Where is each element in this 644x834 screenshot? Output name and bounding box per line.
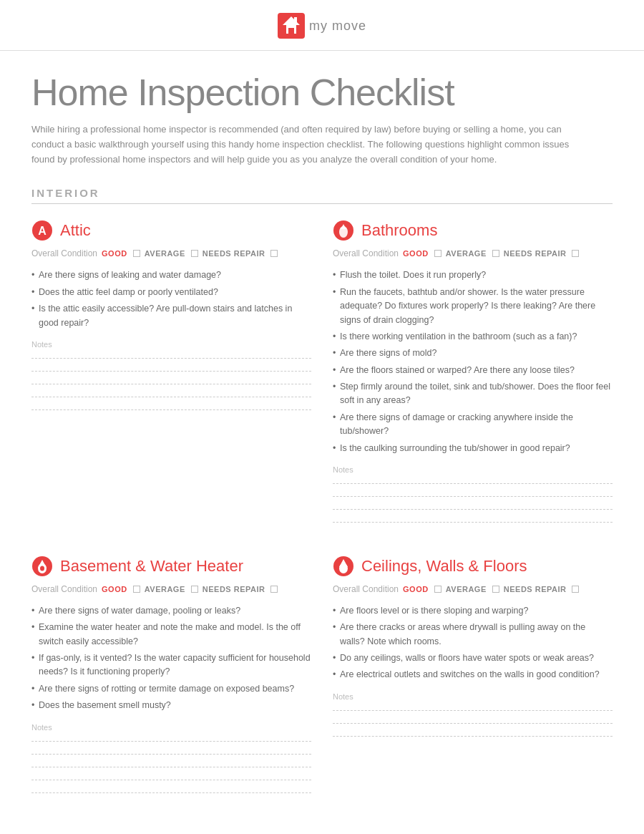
- card-attic-condition: Overall Condition GOOD AVERAGE NEEDS REP…: [31, 248, 311, 258]
- svg-rect-4: [288, 28, 294, 34]
- basement-item-2: Examine the water heater and note the ma…: [31, 621, 311, 649]
- bathrooms-item-1: Flush the toilet. Does it run properly?: [333, 268, 613, 282]
- card-bathrooms-title: Bathrooms: [361, 221, 437, 240]
- attic-notes-label: Notes: [31, 340, 311, 349]
- page-title: Home Inspection Checklist: [31, 71, 613, 114]
- card-attic: A Attic Overall Condition GOOD AVERAGE N…: [31, 220, 311, 541]
- ceilings-good-badge: GOOD: [403, 585, 429, 593]
- basement-item-1: Are there signs of water damage, pooling…: [31, 604, 311, 618]
- basement-checklist: Are there signs of water damage, pooling…: [31, 604, 311, 713]
- logo: my move: [278, 13, 366, 39]
- bathrooms-item-8: Is the caulking surrounding the tub/show…: [333, 442, 613, 455]
- basement-note-line-1[interactable]: [31, 734, 311, 742]
- bathrooms-item-3: Is there working ventilation in the bath…: [333, 330, 613, 344]
- bathrooms-note-line-2[interactable]: [333, 490, 613, 497]
- basement-notes-label: Notes: [31, 723, 311, 732]
- ceilings-condition-label: Overall Condition: [333, 584, 399, 594]
- card-basement-title-row: Basement & Water Heater: [31, 556, 311, 577]
- bathrooms-note-line-3[interactable]: [333, 503, 613, 510]
- cards-grid: A Attic Overall Condition GOOD AVERAGE N…: [31, 220, 613, 811]
- basement-avg-badge: AVERAGE: [145, 585, 185, 593]
- basement-good-badge: GOOD: [102, 585, 127, 593]
- svg-rect-3: [294, 17, 297, 22]
- attic-note-line-1[interactable]: [31, 351, 311, 359]
- page-description: While hiring a professional home inspect…: [31, 122, 590, 167]
- attic-note-line-3[interactable]: [31, 377, 311, 384]
- ceilings-note-line-2[interactable]: [333, 717, 613, 724]
- card-bathrooms-condition: Overall Condition GOOD AVERAGE NEEDS REP…: [333, 248, 613, 258]
- basement-note-line-5[interactable]: [31, 786, 311, 793]
- basement-repair-checkbox[interactable]: [270, 586, 278, 593]
- basement-item-5: Does the basement smell musty?: [31, 699, 311, 712]
- attic-note-line-4[interactable]: [31, 390, 311, 397]
- basement-repair-badge: NEEDS REPAIR: [203, 585, 265, 593]
- bathrooms-note-line-1[interactable]: [333, 477, 613, 484]
- attic-item-2: Does the attic feel damp or poorly venti…: [31, 286, 311, 299]
- card-attic-title: Attic: [60, 221, 91, 240]
- logo-icon: [278, 13, 305, 39]
- attic-item-3: Is the attic easily accessible? Are pull…: [31, 302, 311, 330]
- attic-note-line-5[interactable]: [31, 403, 311, 410]
- ceilings-repair-badge: NEEDS REPAIR: [504, 585, 567, 593]
- bathrooms-item-7: Are there signs of damage or cracking an…: [333, 411, 613, 439]
- attic-avg-badge: AVERAGE: [145, 249, 185, 258]
- ceilings-repair-checkbox[interactable]: [572, 586, 579, 593]
- bathrooms-avg-badge: AVERAGE: [446, 249, 487, 258]
- basement-note-line-2[interactable]: [31, 747, 311, 755]
- ceilings-good-checkbox[interactable]: [434, 586, 441, 593]
- logo-text: my move: [309, 19, 366, 34]
- ceilings-item-4: Are electrical outlets and switches on t…: [333, 668, 613, 682]
- card-ceilings-title: Ceilings, Walls & Floors: [361, 557, 527, 576]
- card-ceilings-title-row: Ceilings, Walls & Floors: [333, 556, 613, 577]
- bathrooms-repair-checkbox[interactable]: [572, 250, 579, 257]
- ceilings-item-1: Are floors level or is there sloping and…: [333, 604, 613, 618]
- basement-good-checkbox[interactable]: [133, 586, 140, 593]
- attic-good-checkbox[interactable]: [133, 250, 140, 257]
- card-ceilings-condition: Overall Condition GOOD AVERAGE NEEDS REP…: [333, 584, 613, 594]
- card-bathrooms: Bathrooms Overall Condition GOOD AVERAGE…: [333, 220, 613, 541]
- card-bathrooms-title-row: Bathrooms: [333, 220, 613, 241]
- attic-condition-label: Overall Condition: [31, 248, 97, 258]
- ceilings-note-line-3[interactable]: [333, 729, 613, 737]
- ceilings-checklist: Are floors level or is there sloping and…: [333, 604, 613, 682]
- attic-repair-badge: NEEDS REPAIR: [203, 249, 265, 258]
- basement-note-line-3[interactable]: [31, 760, 311, 767]
- basement-avg-checkbox[interactable]: [191, 586, 198, 593]
- ceilings-icon: [333, 556, 354, 577]
- page-header: my move: [0, 0, 644, 51]
- attic-avg-checkbox[interactable]: [191, 250, 198, 257]
- ceilings-item-3: Do any ceilings, walls or floors have wa…: [333, 651, 613, 665]
- ceilings-notes-label: Notes: [333, 692, 613, 701]
- attic-good-badge: GOOD: [102, 249, 127, 258]
- ceilings-note-line-1[interactable]: [333, 704, 613, 711]
- attic-note-line-2[interactable]: [31, 364, 311, 372]
- bathrooms-note-line-4[interactable]: [333, 515, 613, 523]
- bathrooms-checklist: Flush the toilet. Does it run properly? …: [333, 268, 613, 455]
- svg-text:A: A: [38, 225, 47, 237]
- attic-icon: A: [31, 220, 53, 241]
- attic-repair-checkbox[interactable]: [270, 250, 278, 257]
- bathrooms-good-badge: GOOD: [403, 249, 429, 258]
- bathrooms-avg-checkbox[interactable]: [492, 250, 499, 257]
- ceilings-item-2: Are there cracks or areas where drywall …: [333, 621, 613, 649]
- basement-condition-label: Overall Condition: [31, 584, 97, 594]
- bathrooms-item-5: Are the floors stained or warped? Are th…: [333, 364, 613, 377]
- card-attic-title-row: A Attic: [31, 220, 311, 241]
- page-body: Home Inspection Checklist While hiring a…: [0, 51, 644, 834]
- bathrooms-item-6: Step firmly around the toilet, sink and …: [333, 380, 613, 408]
- attic-checklist: Are there signs of leaking and water dam…: [31, 268, 311, 330]
- bathrooms-item-4: Are there signs of mold?: [333, 346, 613, 360]
- ceilings-avg-badge: AVERAGE: [446, 585, 487, 593]
- bathrooms-notes-label: Notes: [333, 465, 613, 474]
- card-basement-condition: Overall Condition GOOD AVERAGE NEEDS REP…: [31, 584, 311, 594]
- svg-point-13: [40, 566, 44, 571]
- basement-item-3: If gas-only, is it vented? Is the water …: [31, 651, 311, 679]
- attic-item-1: Are there signs of leaking and water dam…: [31, 268, 311, 282]
- bathrooms-repair-badge: NEEDS REPAIR: [504, 249, 567, 258]
- ceilings-avg-checkbox[interactable]: [492, 586, 499, 593]
- basement-icon: [31, 556, 53, 577]
- basement-note-line-4[interactable]: [31, 773, 311, 780]
- bathrooms-condition-label: Overall Condition: [333, 248, 399, 258]
- bathrooms-good-checkbox[interactable]: [434, 250, 441, 257]
- section-interior-label: INTERIOR: [31, 187, 613, 204]
